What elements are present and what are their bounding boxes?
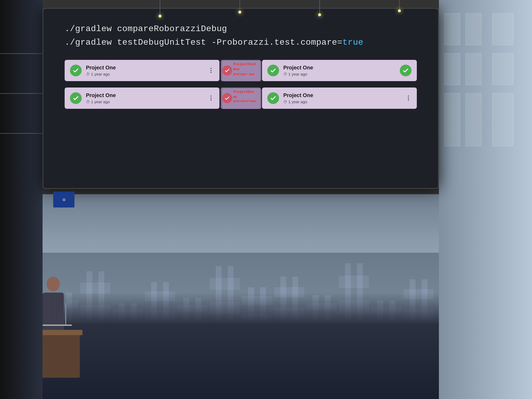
diff-item-1: ProjectTest One yearagar ago [220,60,261,81]
card-info-left-1: Project One ⏱ 1 year ago [86,65,204,76]
cards-column-right: Project One ⏱ 1 year ago Project One [262,60,417,109]
facade-panel [444,13,460,45]
card-title-right-1: Project One [283,65,393,71]
card-left-1: Project One ⏱ 1 year ago ⋮ [65,60,219,81]
diff-overlay-1: ProjectTest One yearagar ago [221,60,261,81]
card-title-left-2: Project One [86,92,204,98]
facade-panel [444,93,460,146]
conference-logo-text: ◇ [63,197,65,202]
more-menu-button-right-2[interactable]: ⋮ [405,95,412,101]
cards-comparison-section: Project One ⏱ 1 year ago ⋮ Project One ⏱ [65,60,417,175]
card-info-right-2: Project One ⏱ 1 year ago [283,92,401,104]
laptop [40,325,72,326]
hanging-cable-1 [160,0,160,16]
facade-panel [466,53,481,85]
balcony-line [0,133,43,134]
clock-icon-2: ⏱ [86,100,90,104]
diff-overlay-2: ProjectOne ⊙⊙ yearsyearsago [221,88,261,109]
card-title-left-1: Project One [86,65,204,71]
diff-column: ProjectTest One yearagar ago [219,60,262,109]
cards-column-left: Project One ⏱ 1 year ago ⋮ Project One ⏱ [65,60,219,109]
light-fixture-3 [318,13,321,16]
diff-ghost-2 [222,88,261,109]
conference-banner: ◇ [53,192,133,207]
terminal-line-1: ./gradlew compareRoborazziDebug [65,22,417,36]
check-icon-green-right-1 [267,65,279,76]
facade-panel [492,53,513,85]
card-right-1: Project One ⏱ 1 year ago [262,60,417,81]
facade-panel [444,53,460,85]
card-left-2: Project One ⏱ 1 year ago ⋮ [65,88,219,109]
more-menu-button-left-2[interactable]: ⋮ [208,95,214,101]
clock-icon-right-2: ⏱ [283,100,287,104]
screen-top-bar [43,0,439,8]
card-info-left-2: Project One ⏱ 1 year ago [86,92,204,104]
diff-ghost-1 [222,61,261,81]
card-time-right-2: ⏱ 1 year ago [283,99,401,104]
facade-panel [492,13,513,45]
card-time-left-2: ⏱ 1 year ago [86,99,204,104]
light-fixture-1 [159,15,161,18]
card-info-right-1: Project One ⏱ 1 year ago [283,65,393,76]
card-time-left-1: ⏱ 1 year ago [86,72,204,76]
presentation-screen: ./gradlew compareRoborazziDebug ./gradle… [43,8,439,189]
check-icon-green-far-right-1 [400,65,412,76]
terminal-line-2: ./gradlew testDebugUnitTest -Proborazzi.… [65,36,417,49]
light-fixture-2 [238,11,241,14]
diff-item-2: ProjectOne ⊙⊙ yearsyearsago [220,88,261,109]
conference-logo: ◇ [53,192,74,207]
card-time-right-1: ⏱ 1 year ago [283,72,393,76]
card-title-right-2: Project One [283,92,401,98]
clock-icon: ⏱ [86,72,90,76]
facade-panel [492,93,513,146]
balcony-line [0,53,43,54]
hanging-cable-3 [319,0,320,15]
more-menu-button-left-1[interactable]: ⋮ [208,68,214,73]
card-right-2: Project One ⏱ 1 year ago ⋮ [262,88,417,109]
terminal-section: ./gradlew compareRoborazziDebug ./gradle… [65,22,417,49]
right-glass-facade [439,0,532,399]
facade-panel [466,13,481,45]
left-building-column [0,0,43,399]
check-icon-green-2 [70,92,82,104]
balcony-line [0,93,43,94]
clock-icon-right-1: ⏱ [283,72,287,76]
microphone-stand [65,303,66,325]
presenter-head [47,277,60,291]
hanging-cable-4 [399,0,400,11]
check-icon-green-right-2 [267,92,279,104]
check-icon-green-1 [70,65,82,76]
hanging-cable-2 [239,0,240,12]
light-fixture-4 [398,9,401,12]
facade-panel [466,93,481,146]
